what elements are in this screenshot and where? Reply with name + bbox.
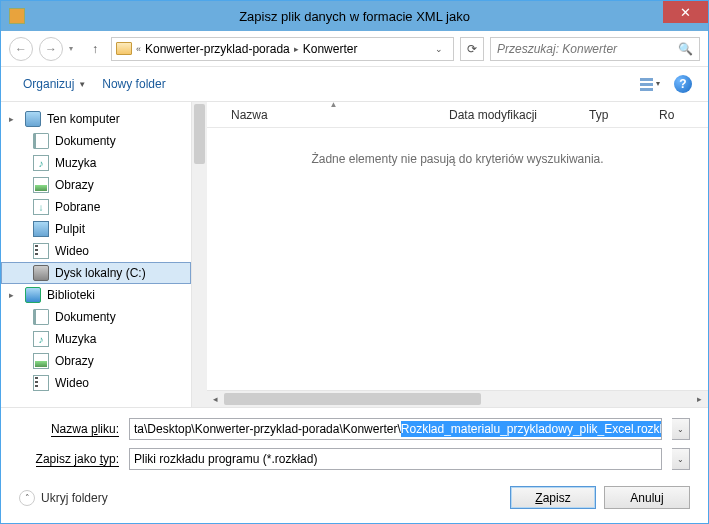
- music-icon: ♪: [33, 155, 49, 171]
- view-options-button[interactable]: [636, 74, 664, 94]
- videos-icon: [33, 375, 49, 391]
- videos-icon: [33, 243, 49, 259]
- disk-icon: [33, 265, 49, 281]
- filetype-select[interactable]: Pliki rozkładu programu (*.rozkład): [129, 448, 662, 470]
- tree-pictures[interactable]: Obrazy: [1, 174, 191, 196]
- tree-documents[interactable]: Dokumenty: [1, 130, 191, 152]
- up-button[interactable]: ↑: [85, 39, 105, 59]
- music-icon: ♪: [33, 331, 49, 347]
- search-placeholder: Przeszukaj: Konwerter: [497, 42, 617, 56]
- search-icon[interactable]: 🔍: [678, 42, 693, 56]
- filename-selection: Rozklad_materialu_przykladowy_plik_Excel…: [401, 421, 662, 437]
- help-button[interactable]: ?: [674, 75, 692, 93]
- desktop-icon: [33, 221, 49, 237]
- filename-input[interactable]: ta\Desktop\Konwerter-przyklad-porada\Kon…: [129, 418, 662, 440]
- tree-lib-videos[interactable]: Wideo: [1, 372, 191, 394]
- tree-videos[interactable]: Wideo: [1, 240, 191, 262]
- forward-button[interactable]: →: [39, 37, 63, 61]
- file-list[interactable]: ▲Nazwa Data modyfikacji Typ Ro Żadne ele…: [207, 102, 708, 407]
- scrollbar-thumb[interactable]: [224, 393, 481, 405]
- documents-icon: [33, 133, 49, 149]
- save-button[interactable]: Zapisz: [510, 486, 596, 509]
- column-name[interactable]: ▲Nazwa: [207, 102, 437, 127]
- window-title: Zapisz plik danych w formacie XML jako: [239, 9, 470, 24]
- tree-scrollbar[interactable]: [191, 102, 207, 407]
- close-button[interactable]: ✕: [663, 1, 708, 23]
- filetype-dropdown[interactable]: ⌄: [672, 448, 690, 470]
- folder-tree[interactable]: ▸Ten komputer Dokumenty ♪Muzyka Obrazy ↓…: [1, 102, 191, 407]
- column-type[interactable]: Typ: [577, 102, 647, 127]
- empty-list-message: Żadne elementy nie pasują do kryteriów w…: [207, 152, 708, 166]
- refresh-button[interactable]: ⟳: [460, 37, 484, 61]
- scroll-left-button[interactable]: ◂: [207, 391, 224, 408]
- chevron-up-icon: ˄: [19, 490, 35, 506]
- column-size[interactable]: Ro: [647, 102, 708, 127]
- chevron-right-icon[interactable]: «: [136, 44, 141, 54]
- documents-icon: [33, 309, 49, 325]
- navigation-bar: ← → ▾ ↑ « Konwerter-przyklad-porada ▸ Ko…: [1, 31, 708, 67]
- computer-icon: [25, 111, 41, 127]
- chevron-down-icon: ▼: [78, 80, 86, 89]
- tree-this-pc[interactable]: ▸Ten komputer: [1, 108, 191, 130]
- folder-icon: [116, 42, 132, 55]
- scroll-right-button[interactable]: ▸: [691, 391, 708, 408]
- svg-rect-0: [640, 78, 653, 81]
- scrollbar-track[interactable]: [224, 391, 691, 407]
- downloads-icon: ↓: [33, 199, 49, 215]
- tree-libraries[interactable]: ▸Biblioteki: [1, 284, 191, 306]
- tree-desktop[interactable]: Pulpit: [1, 218, 191, 240]
- filename-dropdown[interactable]: ⌄: [672, 418, 690, 440]
- scrollbar-thumb[interactable]: [194, 104, 205, 164]
- toolbar: Organizuj ▼ Nowy folder ?: [1, 67, 708, 101]
- filetype-label: Zapisz jako typ:: [19, 452, 119, 466]
- back-button[interactable]: ←: [9, 37, 33, 61]
- libraries-icon: [25, 287, 41, 303]
- tree-music[interactable]: ♪Muzyka: [1, 152, 191, 174]
- tree-lib-documents[interactable]: Dokumenty: [1, 306, 191, 328]
- address-dropdown[interactable]: ⌄: [429, 44, 449, 54]
- breadcrumb-seg-2[interactable]: Konwerter: [303, 42, 358, 56]
- pictures-icon: [33, 353, 49, 369]
- column-date[interactable]: Data modyfikacji: [437, 102, 577, 127]
- breadcrumb-seg-1[interactable]: Konwerter-przyklad-porada: [145, 42, 290, 56]
- bottom-panel: Nazwa pliku: ta\Desktop\Konwerter-przykl…: [1, 407, 708, 523]
- new-folder-button[interactable]: Nowy folder: [96, 73, 171, 95]
- sort-indicator-icon: ▲: [219, 101, 448, 109]
- filename-label: Nazwa pliku:: [19, 422, 119, 436]
- search-input[interactable]: Przeszukaj: Konwerter 🔍: [490, 37, 700, 61]
- pictures-icon: [33, 177, 49, 193]
- tree-local-disk[interactable]: Dysk lokalny (C:): [1, 262, 191, 284]
- history-dropdown[interactable]: ▾: [69, 44, 79, 53]
- chevron-right-icon[interactable]: ▸: [294, 44, 299, 54]
- titlebar[interactable]: Zapisz plik danych w formacie XML jako ✕: [1, 1, 708, 31]
- column-headers: ▲Nazwa Data modyfikacji Typ Ro: [207, 102, 708, 128]
- address-bar[interactable]: « Konwerter-przyklad-porada ▸ Konwerter …: [111, 37, 454, 61]
- app-icon: [9, 8, 25, 24]
- svg-rect-2: [640, 88, 653, 91]
- tree-downloads[interactable]: ↓Pobrane: [1, 196, 191, 218]
- horizontal-scrollbar[interactable]: ◂ ▸: [207, 390, 708, 407]
- cancel-button[interactable]: Anuluj: [604, 486, 690, 509]
- hide-folders-button[interactable]: ˄ Ukryj foldery: [19, 490, 108, 506]
- tree-lib-pictures[interactable]: Obrazy: [1, 350, 191, 372]
- svg-rect-1: [640, 83, 653, 86]
- organize-menu[interactable]: Organizuj ▼: [17, 73, 92, 95]
- tree-lib-music[interactable]: ♪Muzyka: [1, 328, 191, 350]
